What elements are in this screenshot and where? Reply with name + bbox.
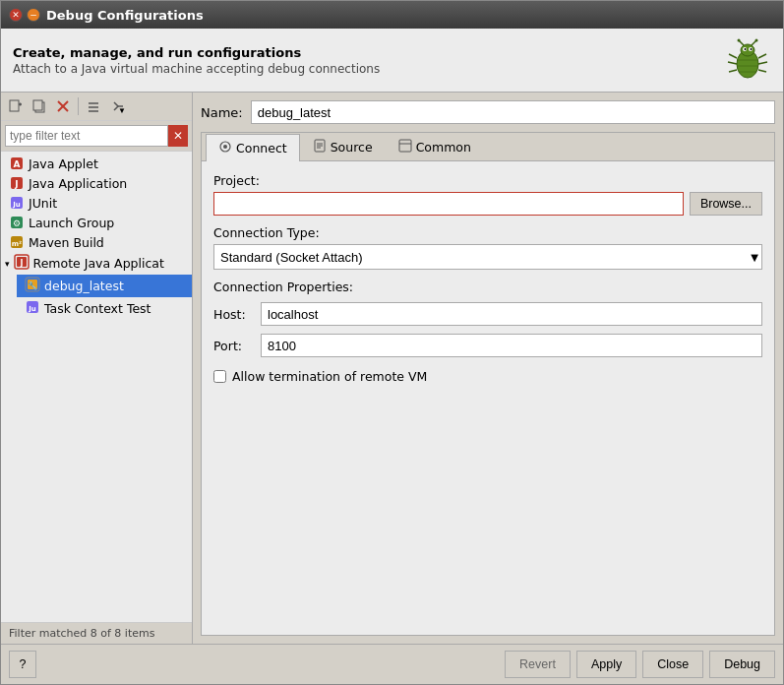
sidebar-item-junit[interactable]: Ju JUnit bbox=[1, 193, 192, 213]
sidebar-item-task-context[interactable]: Ju Task Context Test bbox=[17, 297, 192, 320]
debug-latest-icon: 🔧 bbox=[25, 277, 40, 295]
help-button[interactable]: ? bbox=[9, 651, 36, 678]
svg-point-49 bbox=[223, 145, 227, 149]
connect-tab-label: Connect bbox=[236, 141, 287, 156]
select-wrapper: Standard (Socket Attach) Standard (Socke… bbox=[213, 244, 762, 270]
project-input[interactable] bbox=[213, 192, 684, 216]
tab-connect[interactable]: Connect bbox=[206, 134, 300, 161]
tree-list: A Java Applet J Java Application Ju bbox=[1, 152, 192, 622]
svg-line-7 bbox=[728, 62, 737, 64]
port-label: Port: bbox=[213, 339, 253, 353]
svg-text:A: A bbox=[14, 159, 21, 169]
name-label: Name: bbox=[201, 105, 243, 120]
sidebar-item-remote-java[interactable]: ▾ J Remote Java Applicat bbox=[1, 252, 192, 275]
help-icon: ? bbox=[20, 657, 27, 671]
sidebar-item-java-applet[interactable]: A Java Applet bbox=[1, 154, 192, 173]
expand-button[interactable]: ▼ bbox=[106, 95, 128, 117]
titlebar-buttons: ✕ − bbox=[9, 8, 40, 22]
tree-children: 🔧 debug_latest Ju Task Context Test bbox=[1, 275, 192, 320]
bug-icon bbox=[724, 36, 771, 84]
junit-icon: Ju bbox=[9, 195, 25, 211]
filter-status: Filter matched 8 of 8 items bbox=[9, 627, 154, 640]
bottom-bar: ? Revert Apply Close Debug bbox=[1, 644, 783, 684]
connection-type-label: Connection Type: bbox=[213, 225, 762, 240]
tab-common[interactable]: Common bbox=[386, 133, 484, 160]
svg-text:🔧: 🔧 bbox=[28, 280, 37, 290]
minimize-window-button[interactable]: − bbox=[27, 8, 40, 22]
maven-build-label: Maven Build bbox=[29, 235, 104, 250]
header-subtitle: Attach to a Java virtual machine accepti… bbox=[13, 62, 724, 76]
tab-source[interactable]: Source bbox=[300, 133, 386, 160]
remote-java-group: ▾ J Remote Java Applicat 🔧 debug_latest bbox=[1, 252, 192, 320]
task-context-icon: Ju bbox=[25, 299, 40, 318]
source-tab-label: Source bbox=[331, 140, 373, 155]
svg-text:⚙: ⚙ bbox=[13, 218, 21, 228]
filter-input[interactable] bbox=[5, 125, 168, 147]
filter-clear-button[interactable]: ✕ bbox=[168, 125, 188, 147]
connection-type-select[interactable]: Standard (Socket Attach) Standard (Socke… bbox=[213, 244, 762, 270]
debug-button[interactable]: Debug bbox=[709, 651, 775, 678]
close-window-button[interactable]: ✕ bbox=[9, 8, 23, 22]
common-tab-label: Common bbox=[416, 140, 471, 155]
remote-java-icon: J bbox=[14, 254, 30, 273]
titlebar: ✕ − Debug Configurations bbox=[1, 1, 783, 29]
right-panel: Name: Connect bbox=[193, 93, 783, 644]
browse-button[interactable]: Browse... bbox=[690, 192, 762, 216]
svg-rect-23 bbox=[33, 100, 42, 110]
java-applet-icon: A bbox=[9, 156, 25, 171]
launch-group-icon: ⚙ bbox=[9, 215, 25, 230]
java-application-icon: J bbox=[9, 175, 25, 191]
revert-button[interactable]: Revert bbox=[505, 651, 571, 678]
svg-point-5 bbox=[751, 48, 753, 50]
port-input[interactable] bbox=[261, 334, 762, 357]
filter-box: ✕ bbox=[1, 121, 192, 152]
sidebar-item-launch-group[interactable]: ⚙ Launch Group bbox=[1, 213, 192, 232]
close-button[interactable]: Close bbox=[642, 651, 703, 678]
collapse-button[interactable] bbox=[83, 95, 104, 117]
header-section: Create, manage, and run configurations A… bbox=[1, 29, 783, 93]
apply-button[interactable]: Apply bbox=[576, 651, 636, 678]
allow-termination-checkbox[interactable] bbox=[213, 370, 226, 383]
svg-line-11 bbox=[758, 70, 766, 72]
sidebar-footer: Filter matched 8 of 8 items bbox=[1, 622, 192, 644]
expand-arrow-icon: ▾ bbox=[5, 259, 10, 269]
source-tab-icon bbox=[313, 139, 327, 156]
java-application-label: Java Application bbox=[29, 176, 127, 191]
window-title: Debug Configurations bbox=[46, 8, 204, 23]
task-context-label: Task Context Test bbox=[44, 301, 151, 316]
maven-build-icon: m² bbox=[9, 234, 25, 250]
svg-line-10 bbox=[758, 62, 767, 64]
allow-termination-label[interactable]: Allow termination of remote VM bbox=[232, 369, 427, 384]
svg-text:J: J bbox=[19, 259, 23, 268]
svg-point-4 bbox=[745, 48, 747, 50]
remote-java-label: Remote Java Applicat bbox=[33, 256, 164, 271]
sidebar: ▼ ✕ A Java Applet bbox=[1, 93, 193, 644]
name-input[interactable] bbox=[251, 100, 775, 124]
sidebar-item-java-application[interactable]: J Java Application bbox=[1, 173, 192, 193]
debug-configurations-window: ✕ − Debug Configurations Create, manage,… bbox=[0, 0, 784, 685]
svg-text:J: J bbox=[14, 179, 18, 189]
java-applet-label: Java Applet bbox=[29, 156, 98, 171]
svg-point-1 bbox=[741, 44, 754, 56]
svg-point-15 bbox=[755, 39, 758, 42]
host-input[interactable] bbox=[261, 302, 762, 326]
header-title: Create, manage, and run configurations bbox=[13, 45, 724, 60]
debug-latest-label: debug_latest bbox=[44, 279, 124, 293]
sidebar-item-debug-latest[interactable]: 🔧 debug_latest bbox=[17, 275, 192, 297]
svg-point-14 bbox=[738, 39, 741, 42]
bottom-left: ? bbox=[9, 651, 36, 678]
bottom-right: Revert Apply Close Debug bbox=[505, 651, 775, 678]
delete-config-button[interactable] bbox=[52, 95, 74, 117]
connect-tab-icon bbox=[218, 140, 232, 156]
svg-text:m²: m² bbox=[12, 240, 22, 248]
config-panel: Connect Source Common bbox=[201, 132, 775, 636]
project-row: Browse... bbox=[213, 192, 762, 216]
conn-props-label: Connection Properties: bbox=[213, 280, 762, 294]
svg-text:Ju: Ju bbox=[28, 305, 36, 313]
tabs-bar: Connect Source Common bbox=[202, 133, 774, 161]
new-config-button[interactable] bbox=[5, 95, 27, 117]
connection-type-row: Connection Type: Standard (Socket Attach… bbox=[213, 225, 762, 270]
sidebar-item-maven-build[interactable]: m² Maven Build bbox=[1, 232, 192, 252]
duplicate-config-button[interactable] bbox=[29, 95, 50, 117]
svg-text:Ju: Ju bbox=[12, 201, 21, 209]
